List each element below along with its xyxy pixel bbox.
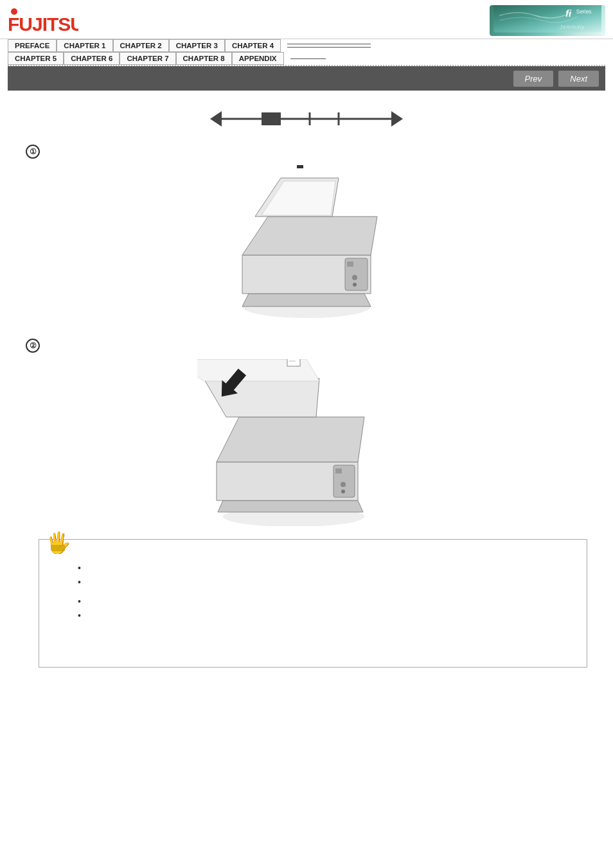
scanner-svg-1 xyxy=(204,165,409,326)
nav-side-bottom xyxy=(284,52,605,65)
svg-rect-17 xyxy=(347,261,353,267)
nav-wrapper: PREFACE CHAPTER 1 CHAPTER 2 CHAPTER 3 CH… xyxy=(8,39,605,66)
note-item-4 xyxy=(78,610,574,621)
nav-side-top xyxy=(281,39,605,52)
progress-area xyxy=(13,106,600,132)
page-header: FUJITSU fi Series Jemmmy xyxy=(0,0,613,39)
svg-marker-20 xyxy=(290,165,310,168)
svg-text:FUJITSU: FUJITSU xyxy=(8,13,78,35)
scanner-svg-2 xyxy=(197,359,416,526)
nav-chapter3[interactable]: CHAPTER 3 xyxy=(169,39,225,52)
nav-chapter6[interactable]: CHAPTER 6 xyxy=(64,52,120,65)
note-icon: 🖐 xyxy=(46,528,78,558)
note-item-3 xyxy=(78,596,574,607)
nav-preface[interactable]: PREFACE xyxy=(8,39,57,52)
step1-label: ① xyxy=(26,145,600,159)
toolbar: Prev Next xyxy=(8,66,605,91)
scanner-figure-2 xyxy=(13,359,600,526)
svg-point-24 xyxy=(341,482,346,487)
scanner-figure-1 xyxy=(13,165,600,326)
svg-point-18 xyxy=(352,275,357,280)
svg-rect-23 xyxy=(335,468,342,474)
nav-chapter5[interactable]: CHAPTER 5 xyxy=(8,52,64,65)
svg-text:Series: Series xyxy=(576,8,592,15)
note-item-1 xyxy=(78,563,574,573)
nav-chapter2[interactable]: CHAPTER 2 xyxy=(113,39,169,52)
content-area: ① xyxy=(0,91,613,693)
nav-chapter8[interactable]: CHAPTER 8 xyxy=(176,52,232,65)
step1-number: ① xyxy=(26,145,40,159)
brand-banner: fi Series Jemmmy xyxy=(493,5,601,33)
nav-line-1 xyxy=(287,44,371,44)
nav-line-2 xyxy=(287,47,371,48)
svg-rect-8 xyxy=(262,112,281,125)
step2-number: ② xyxy=(26,339,40,353)
progress-slider xyxy=(210,106,403,132)
svg-text:Jemmmy: Jemmmy xyxy=(559,24,585,30)
svg-rect-33 xyxy=(51,545,65,551)
nav-chapter7[interactable]: CHAPTER 7 xyxy=(120,52,175,65)
nav-chapter1[interactable]: CHAPTER 1 xyxy=(57,39,112,52)
nav-line-3 xyxy=(290,58,326,59)
prev-button[interactable]: Prev xyxy=(513,71,554,87)
svg-rect-27 xyxy=(287,359,300,366)
svg-point-25 xyxy=(341,490,345,493)
note-box: 🖐 xyxy=(39,539,587,668)
svg-point-19 xyxy=(353,283,357,287)
note-content xyxy=(78,563,574,621)
nav-chapter4[interactable]: CHAPTER 4 xyxy=(225,39,281,52)
nav-row-top: PREFACE CHAPTER 1 CHAPTER 2 CHAPTER 3 CH… xyxy=(8,39,605,52)
logo: FUJITSU xyxy=(8,6,78,35)
svg-marker-6 xyxy=(210,111,222,127)
brand-logo: fi Series Jemmmy xyxy=(490,5,605,36)
next-button[interactable]: Next xyxy=(558,71,599,87)
svg-marker-14 xyxy=(391,111,403,127)
fujitsu-logo: FUJITSU xyxy=(8,6,78,35)
nav-row-bottom: CHAPTER 5 CHAPTER 6 CHAPTER 7 CHAPTER 8 … xyxy=(8,52,605,65)
step2-label: ② xyxy=(26,339,600,353)
nav-appendix[interactable]: APPENDIX xyxy=(232,52,284,65)
hand-icon-svg: 🖐 xyxy=(46,528,78,554)
note-item-2 xyxy=(78,577,574,587)
